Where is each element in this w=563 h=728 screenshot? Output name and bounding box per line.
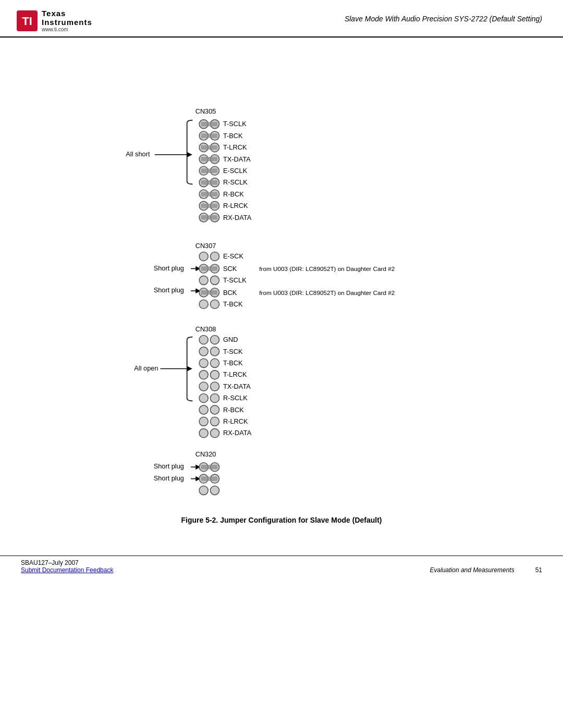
- svg-text:T-BCK: T-BCK: [223, 359, 243, 367]
- svg-rect-5: [201, 122, 217, 127]
- svg-text:R-BCK: R-BCK: [223, 406, 244, 414]
- svg-text:TX-DATA: TX-DATA: [223, 382, 251, 390]
- svg-text:from U003 (DIR: LC89052T) on D: from U003 (DIR: LC89052T) on Daughter Ca…: [259, 265, 395, 272]
- svg-text:T-LRCK: T-LRCK: [223, 143, 247, 151]
- feedback-link[interactable]: Submit Documentation Feedback: [21, 566, 113, 574]
- svg-rect-91: [201, 465, 217, 470]
- cn320-short-plug-2-label: Short plug: [154, 474, 184, 482]
- svg-text:R-BCK: R-BCK: [223, 190, 244, 198]
- cn307-short-plug-1-label: Short plug: [154, 264, 184, 272]
- cn307-label: CN307: [195, 242, 216, 250]
- cn305-all-short-label: All short: [126, 150, 150, 158]
- svg-point-49: [210, 276, 219, 285]
- main-content: CN305 All short T-SCLK T-BCK T-LRCK TX-D…: [0, 38, 563, 535]
- svg-point-40: [210, 252, 219, 261]
- logo-text: Texas Instruments www.ti.com: [42, 9, 92, 32]
- svg-point-57: [199, 300, 208, 309]
- cn308-label: CN308: [195, 325, 216, 333]
- svg-rect-37: [201, 215, 217, 220]
- svg-text:E-SCK: E-SCK: [223, 252, 244, 260]
- diagram-svg: CN305 All short T-SCLK T-BCK T-LRCK TX-D…: [31, 48, 532, 504]
- svg-text:T-BCK: T-BCK: [223, 300, 243, 308]
- svg-text:TI: TI: [22, 15, 32, 28]
- svg-point-58: [210, 300, 219, 309]
- svg-text:T-LRCK: T-LRCK: [223, 371, 247, 378]
- figure-caption: Figure 5-2. Jumper Configuration for Sla…: [31, 516, 532, 524]
- svg-rect-25: [201, 180, 217, 185]
- svg-text:E-SCLK: E-SCLK: [223, 167, 248, 175]
- svg-rect-33: [201, 204, 217, 208]
- cn305-label: CN305: [195, 107, 216, 115]
- cn320-short-plug-1-label: Short plug: [154, 462, 184, 470]
- svg-point-62: [210, 335, 219, 344]
- svg-text:SCK: SCK: [223, 265, 237, 273]
- ti-logo-icon: TI: [16, 9, 39, 32]
- svg-rect-9: [201, 133, 217, 138]
- footer-section: Evaluation and Measurements: [430, 566, 515, 574]
- svg-point-70: [199, 371, 208, 379]
- svg-text:R-LRCK: R-LRCK: [223, 202, 248, 209]
- svg-text:RX-DATA: RX-DATA: [223, 429, 252, 437]
- logo-texas: Texas: [42, 9, 92, 18]
- svg-point-65: [210, 347, 219, 356]
- svg-text:T-SCLK: T-SCLK: [223, 276, 247, 284]
- svg-point-96: [199, 486, 208, 495]
- svg-rect-17: [201, 157, 217, 162]
- svg-text:GND: GND: [223, 336, 238, 343]
- svg-point-39: [199, 252, 208, 261]
- ti-logo: TI Texas Instruments www.ti.com: [16, 9, 92, 32]
- svg-rect-21: [201, 168, 217, 173]
- footer-doc-id: SBAU127–July 2007: [21, 559, 113, 566]
- svg-rect-54: [201, 290, 217, 295]
- svg-rect-45: [201, 266, 217, 271]
- svg-text:BCK: BCK: [223, 289, 237, 297]
- logo-www: www.ti.com: [42, 27, 92, 32]
- header-title: Slave Mode With Audio Precision SYS-2722…: [345, 15, 542, 23]
- cn320-label: CN320: [195, 450, 216, 458]
- page-header: TI Texas Instruments www.ti.com Slave Mo…: [0, 0, 563, 38]
- svg-text:from U003 (DIR: LC89052T) on D: from U003 (DIR: LC89052T) on Daughter Ca…: [259, 289, 395, 296]
- logo-area: TI Texas Instruments www.ti.com: [16, 9, 92, 32]
- svg-text:T-BCK: T-BCK: [223, 132, 243, 140]
- cn307-short-plug-2-label: Short plug: [154, 286, 184, 294]
- svg-rect-13: [201, 145, 217, 150]
- cn308-all-open-label: All open: [134, 364, 158, 372]
- svg-text:T-SCLK: T-SCLK: [223, 120, 247, 128]
- svg-point-85: [199, 429, 208, 438]
- svg-point-82: [199, 417, 208, 426]
- page-footer: SBAU127–July 2007 Submit Documentation F…: [0, 556, 563, 577]
- svg-point-83: [210, 417, 219, 426]
- svg-text:TX-DATA: TX-DATA: [223, 155, 251, 163]
- footer-page: 51: [535, 566, 542, 574]
- svg-point-76: [199, 393, 208, 402]
- logo-instruments: Instruments: [42, 18, 92, 27]
- svg-text:T-SCK: T-SCK: [223, 348, 243, 355]
- svg-point-86: [210, 429, 219, 438]
- svg-point-80: [210, 405, 219, 414]
- svg-point-64: [199, 347, 208, 356]
- svg-point-67: [199, 359, 208, 367]
- svg-point-79: [199, 405, 208, 414]
- svg-text:R-SCLK: R-SCLK: [223, 178, 248, 186]
- svg-point-77: [210, 393, 219, 402]
- svg-point-48: [199, 276, 208, 285]
- svg-point-61: [199, 335, 208, 344]
- svg-point-68: [210, 359, 219, 367]
- svg-point-71: [210, 371, 219, 379]
- svg-text:R-LRCK: R-LRCK: [223, 417, 248, 425]
- svg-rect-29: [201, 192, 217, 196]
- svg-text:RX-DATA: RX-DATA: [223, 214, 252, 221]
- svg-rect-95: [201, 476, 217, 481]
- svg-point-74: [210, 382, 219, 391]
- svg-point-97: [210, 486, 219, 495]
- svg-point-73: [199, 382, 208, 391]
- svg-text:R-SCLK: R-SCLK: [223, 394, 248, 402]
- footer-left: SBAU127–July 2007 Submit Documentation F…: [21, 559, 113, 574]
